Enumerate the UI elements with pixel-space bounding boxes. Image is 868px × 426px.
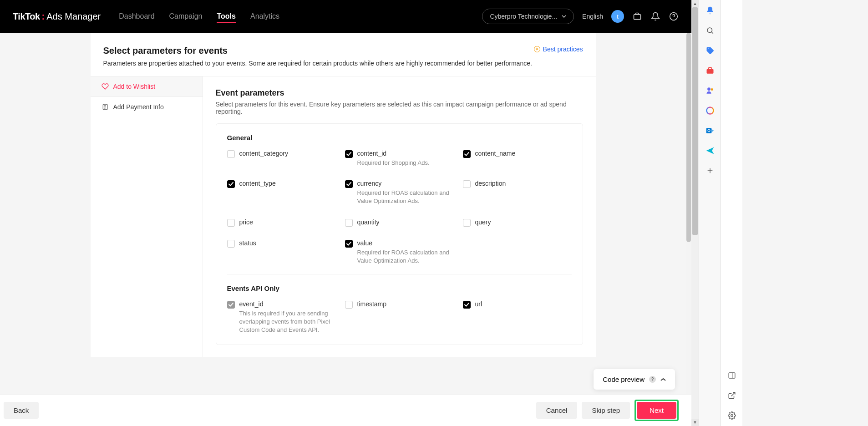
page-subtitle: Parameters are properties attached to yo… — [103, 60, 532, 67]
checkbox-value[interactable] — [345, 240, 353, 248]
group-divider — [227, 274, 572, 274]
scroll-down-arrow[interactable]: ▼ — [691, 419, 699, 426]
params-title: Event parameters — [216, 88, 583, 98]
param-hint: Required for Shopping Ads. — [357, 159, 430, 167]
param-price: price — [227, 218, 336, 227]
checkbox-currency[interactable] — [345, 180, 353, 188]
param-label: content_name — [475, 150, 516, 157]
briefcase-icon[interactable] — [632, 11, 642, 21]
next-button[interactable]: Next — [637, 402, 676, 419]
bell-filled-icon[interactable] — [705, 5, 715, 15]
event-sidebar: Add to Wishlist Add Payment Info — [91, 76, 203, 357]
param-quantity: quantity — [345, 218, 454, 227]
checkbox-content_category[interactable] — [227, 150, 235, 158]
checkbox-price[interactable] — [227, 219, 235, 227]
browser-sidebar — [721, 0, 742, 426]
help-icon[interactable] — [669, 11, 679, 21]
language-selector[interactable]: English — [582, 13, 603, 20]
cancel-button[interactable]: Cancel — [536, 402, 578, 419]
logo: TikTok: Ads Manager — [13, 11, 101, 22]
toolbox-icon[interactable] — [705, 66, 715, 76]
checkbox-content_id[interactable] — [345, 150, 353, 158]
checkbox-quantity[interactable] — [345, 219, 353, 227]
group-general-title: General — [227, 134, 572, 142]
external-link-icon[interactable] — [727, 390, 737, 401]
param-label: price — [239, 218, 253, 226]
checkbox-timestamp[interactable] — [345, 301, 353, 309]
logo-suffix: Ads Manager — [46, 11, 101, 22]
nav-tools[interactable]: Tools — [217, 1, 235, 31]
param-content_category: content_category — [227, 150, 336, 167]
org-selector[interactable]: Cyberpro Technologie... — [482, 9, 574, 24]
param-timestamp: timestamp — [345, 300, 454, 335]
scrollbar-thumb[interactable] — [686, 33, 691, 242]
help-icon: ? — [649, 376, 656, 383]
clipboard-icon — [102, 103, 109, 111]
param-label: content_type — [239, 180, 276, 187]
param-query: query — [463, 218, 572, 227]
people-icon[interactable] — [705, 86, 715, 96]
group-api-title: Events API Only — [227, 284, 572, 292]
event-label: Add to Wishlist — [113, 83, 156, 90]
logo-brand: TikTok — [13, 11, 40, 22]
checkbox-content_name[interactable] — [463, 150, 471, 158]
param-currency: currencyRequired for ROAS calculation an… — [345, 180, 454, 205]
param-label: event_id — [239, 300, 336, 308]
checkbox-url[interactable] — [463, 301, 471, 309]
best-practices-link[interactable]: ✦ Best practices — [534, 46, 583, 53]
param-label: description — [475, 180, 506, 187]
copilot-icon[interactable] — [705, 106, 715, 116]
settings-icon[interactable] — [727, 411, 737, 421]
avatar[interactable]: t — [611, 10, 624, 23]
svg-line-7 — [711, 32, 713, 33]
back-button[interactable]: Back — [4, 402, 39, 419]
event-add-payment-info[interactable]: Add Payment Info — [91, 97, 203, 117]
param-grid-api: event_idThis is required if you are send… — [227, 300, 572, 335]
svg-point-9 — [707, 87, 711, 91]
skip-step-button[interactable]: Skip step — [582, 402, 630, 419]
lightbulb-icon: ✦ — [534, 46, 540, 52]
nav-campaign[interactable]: Campaign — [169, 1, 203, 31]
heart-icon — [102, 83, 109, 90]
page-title: Select parameters for events — [103, 46, 532, 56]
checkbox-content_type[interactable] — [227, 180, 235, 188]
params-subtitle: Select parameters for this event. Ensure… — [216, 101, 583, 115]
param-status: status — [227, 239, 336, 265]
checkbox-query[interactable] — [463, 219, 471, 227]
outlook-icon[interactable]: O — [705, 126, 715, 136]
checkbox-description[interactable] — [463, 180, 471, 188]
param-label: url — [475, 300, 482, 308]
browser-scroll-thumb[interactable] — [692, 7, 698, 235]
browser-scrollbar[interactable]: ▲ ▼ — [691, 0, 699, 426]
bell-icon[interactable] — [650, 11, 660, 21]
search-icon[interactable] — [705, 25, 715, 36]
nav-dashboard[interactable]: Dashboard — [119, 1, 154, 31]
param-label: timestamp — [357, 300, 387, 308]
svg-rect-8 — [706, 69, 713, 74]
nav-tabs: Dashboard Campaign Tools Analytics — [119, 1, 279, 31]
content-scrollbar[interactable] — [686, 33, 691, 394]
scroll-up-arrow[interactable]: ▲ — [691, 0, 699, 7]
top-header: TikTok: Ads Manager Dashboard Campaign T… — [0, 0, 691, 33]
panel-icon[interactable] — [727, 370, 737, 380]
param-hint: Required for ROAS calculation and Value … — [357, 189, 454, 205]
nav-analytics[interactable]: Analytics — [250, 1, 279, 31]
svg-rect-16 — [729, 373, 735, 378]
param-label: currency — [357, 180, 454, 187]
checkbox-event_id[interactable] — [227, 301, 235, 309]
param-label: query — [475, 218, 491, 226]
checkbox-status[interactable] — [227, 240, 235, 248]
tag-icon[interactable] — [705, 46, 715, 56]
param-event_id: event_idThis is required if you are send… — [227, 300, 336, 335]
svg-point-11 — [706, 107, 713, 114]
send-icon[interactable] — [705, 146, 715, 156]
svg-point-10 — [711, 88, 713, 91]
plus-icon[interactable] — [705, 166, 715, 176]
next-button-highlight: Next — [635, 400, 679, 421]
param-label: value — [357, 239, 454, 247]
param-grid-general: content_categorycontent_idRequired for S… — [227, 150, 572, 265]
svg-rect-0 — [634, 15, 641, 20]
param-content_type: content_type — [227, 180, 336, 205]
code-preview-toggle[interactable]: Code preview ? — [594, 369, 675, 390]
event-add-to-wishlist[interactable]: Add to Wishlist — [91, 76, 203, 97]
